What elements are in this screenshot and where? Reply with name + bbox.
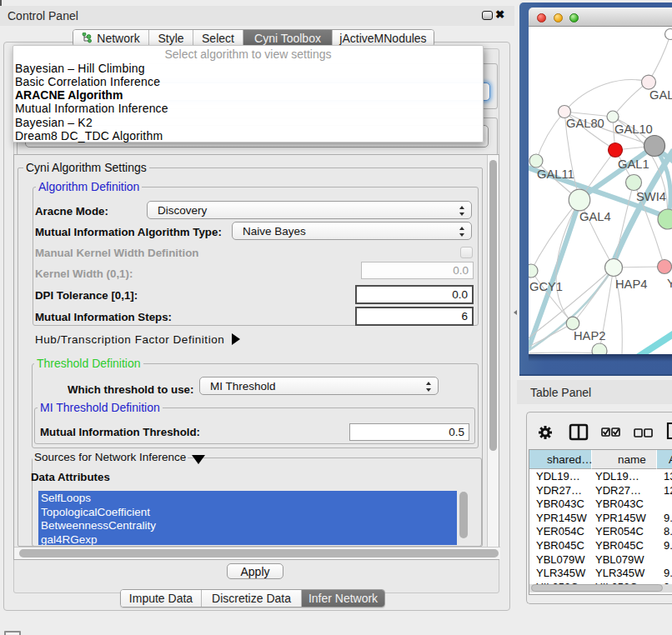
svg-text:Y: Y xyxy=(667,277,672,290)
svg-text:HAP2: HAP2 xyxy=(574,329,605,342)
svg-text:SWI4: SWI4 xyxy=(636,190,666,203)
svg-text:GAL4: GAL4 xyxy=(579,210,611,223)
svg-text:GAL7: GAL7 xyxy=(649,88,672,102)
svg-text:GCY1: GCY1 xyxy=(529,280,563,293)
svg-text:GAL10: GAL10 xyxy=(614,122,653,136)
svg-text:GAL11: GAL11 xyxy=(537,168,574,181)
svg-text:GAL1: GAL1 xyxy=(618,158,649,171)
svg-text:GAL80: GAL80 xyxy=(566,117,604,130)
svg-text:HAP4: HAP4 xyxy=(615,278,647,291)
